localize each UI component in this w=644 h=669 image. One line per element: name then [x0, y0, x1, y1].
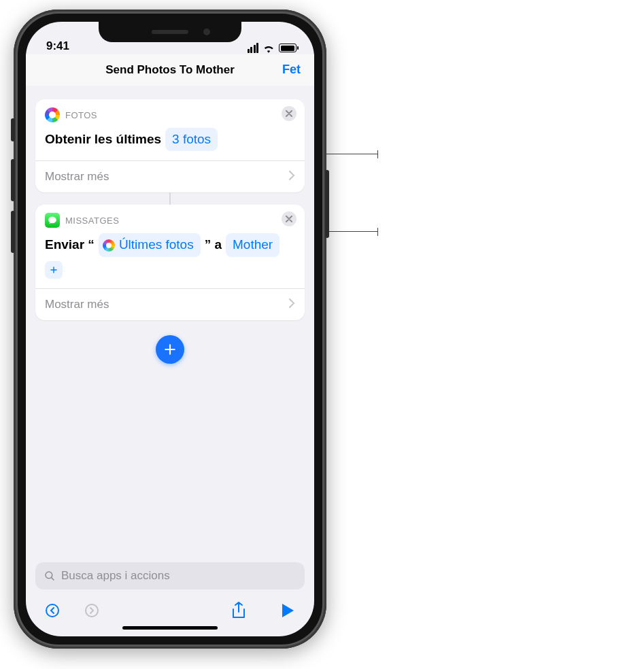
photos-glyph-icon [103, 239, 115, 252]
mute-switch [11, 118, 15, 141]
chevron-right-icon [289, 298, 295, 311]
messages-app-icon [45, 213, 60, 228]
clock: 9:41 [46, 39, 69, 53]
action-text: Enviar “ [45, 235, 95, 255]
remove-action-button[interactable] [282, 211, 296, 226]
plus-icon [49, 265, 58, 275]
recipient-parameter[interactable]: Mother [226, 233, 279, 256]
navigation-bar: Send Photos To Mother Fet [26, 54, 314, 86]
close-icon [286, 110, 292, 117]
show-more-label: Mostrar més [45, 298, 109, 311]
close-icon [286, 216, 292, 222]
show-more-button[interactable]: Mostrar més [35, 160, 305, 192]
action-connector [169, 192, 171, 205]
volume-up-button [11, 159, 15, 201]
play-icon [281, 603, 294, 618]
iphone-frame: 9:41 Send Photos To Mother Fet FOTOS [14, 10, 326, 649]
plus-icon [163, 343, 177, 356]
show-more-label: Mostrar més [45, 170, 109, 184]
action-card-photos[interactable]: FOTOS Obtenir les últimes 3 fotos Mostra… [35, 99, 305, 192]
svg-point-2 [86, 604, 98, 617]
show-more-button[interactable]: Mostrar més [35, 288, 305, 320]
undo-icon [44, 602, 61, 619]
remove-action-button[interactable] [282, 106, 296, 121]
notch [99, 22, 241, 42]
svg-point-1 [46, 604, 58, 617]
search-field[interactable]: Busca apps i accions [35, 562, 305, 589]
action-app-label: FOTOS [65, 110, 97, 120]
done-button[interactable]: Fet [282, 63, 301, 77]
home-indicator [122, 626, 218, 630]
wifi-icon [262, 44, 275, 53]
redo-button [82, 600, 102, 621]
action-card-messages[interactable]: MISSATGES Enviar “ Últimes fotos ” a Mot… [35, 205, 305, 320]
share-icon [231, 602, 246, 619]
search-icon [44, 570, 56, 582]
editor-toolbar [35, 598, 305, 626]
undo-button[interactable] [42, 600, 63, 621]
photo-count-parameter[interactable]: 3 fotos [165, 128, 218, 151]
run-button[interactable] [277, 600, 298, 621]
volume-down-button [11, 211, 15, 253]
chevron-right-icon [289, 170, 295, 184]
battery-icon [279, 44, 296, 52]
message-input-parameter[interactable]: Últimes fotos [99, 233, 201, 256]
add-action-button[interactable] [156, 335, 184, 364]
action-app-label: MISSATGES [65, 216, 119, 226]
photos-app-icon [45, 107, 60, 122]
cellular-icon [248, 43, 259, 53]
search-placeholder: Busca apps i accions [61, 569, 170, 583]
action-text: ” a [205, 235, 222, 255]
redo-icon [84, 602, 100, 619]
add-recipient-button[interactable] [45, 261, 63, 279]
shortcut-title: Send Photos To Mother [105, 63, 235, 77]
side-button [325, 170, 329, 238]
action-text: Obtenir les últimes [45, 129, 161, 150]
share-button[interactable] [228, 600, 249, 621]
